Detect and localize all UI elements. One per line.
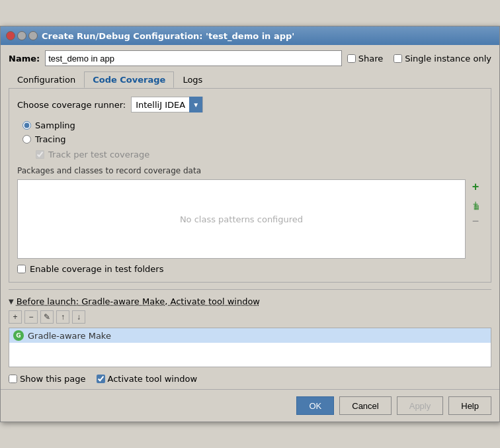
title-bar-buttons [6, 31, 38, 40]
sampling-label: Sampling [35, 120, 75, 130]
show-this-page-text: Show this page [20, 374, 86, 384]
remove-pattern-button[interactable]: − [468, 214, 483, 228]
tab-logs[interactable]: Logs [174, 71, 211, 88]
tracing-label: Tracing [35, 134, 66, 144]
list-item[interactable]: G Gradle-aware Make [9, 328, 491, 343]
coverage-runner-dropdown-btn[interactable]: ▼ [189, 97, 202, 112]
tracing-radio-label[interactable]: Tracing [22, 134, 483, 144]
class-patterns-empty-text: No class patterns configured [180, 214, 303, 224]
name-input[interactable] [45, 50, 341, 66]
header-right: Share Single instance only [347, 54, 491, 64]
main-window: Create Run/Debug Configuration: 'test_de… [0, 26, 500, 422]
class-patterns-actions: + +▦ − [468, 179, 483, 259]
enable-coverage-checkbox[interactable] [17, 265, 26, 273]
before-launch-header[interactable]: ▼ Before launch: Gradle-aware Make, Acti… [9, 296, 491, 306]
tab-configuration[interactable]: Configuration [9, 71, 84, 88]
title-bar: Create Run/Debug Configuration: 'test_de… [1, 26, 499, 45]
activate-tool-window-text: Activate tool window [108, 374, 197, 384]
coverage-runner-row: Choose coverage runner: IntelliJ IDEA ▼ [17, 97, 483, 112]
minimize-button[interactable] [17, 31, 26, 40]
add-table-pattern-button[interactable]: +▦ [468, 197, 483, 211]
single-instance-checkbox-label[interactable]: Single instance only [394, 54, 491, 64]
close-button[interactable] [6, 31, 15, 40]
track-coverage-label: Track per test coverage [48, 150, 149, 159]
tab-code-coverage[interactable]: Code Coverage [84, 71, 174, 88]
single-instance-checkbox[interactable] [394, 54, 402, 63]
class-patterns-box: No class patterns configured [17, 179, 466, 259]
dialog-content: Name: Share Single instance only Configu… [1, 45, 499, 389]
bottom-options: Show this page Activate tool window [9, 374, 491, 384]
panel-code-coverage: Choose coverage runner: IntelliJ IDEA ▼ … [9, 89, 491, 283]
show-this-page-checkbox[interactable] [9, 375, 17, 383]
class-patterns-area: No class patterns configured + +▦ − [17, 179, 483, 259]
share-checkbox-label[interactable]: Share [347, 54, 384, 64]
enable-coverage-label: Enable coverage in test folders [30, 264, 164, 274]
class-patterns-label: Packages and classes to record coverage … [17, 166, 483, 175]
single-instance-label: Single instance only [405, 54, 491, 64]
before-launch-down-btn[interactable]: ↓ [72, 310, 85, 324]
sampling-radio[interactable] [22, 121, 31, 130]
cancel-button[interactable]: Cancel [339, 396, 391, 415]
coverage-runner-label: Choose coverage runner: [17, 100, 126, 110]
add-icon: + [472, 180, 479, 194]
name-row: Name: Share Single instance only [9, 50, 491, 66]
divider [9, 289, 491, 290]
before-launch-up-btn[interactable]: ↑ [56, 310, 69, 324]
maximize-button[interactable] [28, 31, 38, 40]
activate-tool-window-label[interactable]: Activate tool window [97, 374, 197, 384]
before-launch-remove-btn[interactable]: − [24, 310, 38, 324]
collapse-icon: ▼ [9, 298, 14, 305]
before-launch-item-label: Gradle-aware Make [28, 331, 111, 341]
help-button[interactable]: Help [448, 396, 491, 415]
sampling-radio-label[interactable]: Sampling [22, 120, 483, 130]
share-checkbox[interactable] [347, 54, 356, 63]
before-launch-list: G Gradle-aware Make [9, 328, 491, 367]
gradle-icon: G [13, 330, 24, 341]
before-launch-edit-btn[interactable]: ✎ [40, 310, 54, 324]
activate-tool-window-checkbox[interactable] [97, 375, 105, 383]
enable-coverage-row: Enable coverage in test folders [17, 264, 483, 274]
before-launch-toolbar: + − ✎ ↑ ↓ [9, 310, 491, 324]
minus-icon: − [472, 214, 479, 228]
tabs-bar: Configuration Code Coverage Logs [9, 71, 491, 89]
tracing-radio[interactable] [22, 135, 31, 144]
add-table-icon: +▦ [473, 199, 478, 209]
name-label: Name: [9, 54, 40, 64]
track-coverage-checkbox[interactable] [36, 150, 44, 159]
share-label: Share [358, 54, 384, 64]
add-pattern-button[interactable]: + [468, 179, 483, 194]
mode-radio-group: Sampling Tracing [22, 120, 483, 144]
coverage-runner-dropdown[interactable]: IntelliJ IDEA ▼ [131, 97, 203, 112]
coverage-runner-value: IntelliJ IDEA [132, 99, 189, 111]
show-this-page-label[interactable]: Show this page [9, 374, 86, 384]
window-title: Create Run/Debug Configuration: 'test_de… [42, 31, 494, 41]
before-launch-title: Before launch: Gradle-aware Make, Activa… [17, 296, 260, 306]
apply-button[interactable]: Apply [397, 396, 444, 415]
track-coverage-row: Track per test coverage [36, 150, 483, 159]
before-launch-add-btn[interactable]: + [9, 310, 22, 324]
button-row: OK Cancel Apply Help [1, 389, 499, 422]
ok-button[interactable]: OK [296, 396, 334, 415]
